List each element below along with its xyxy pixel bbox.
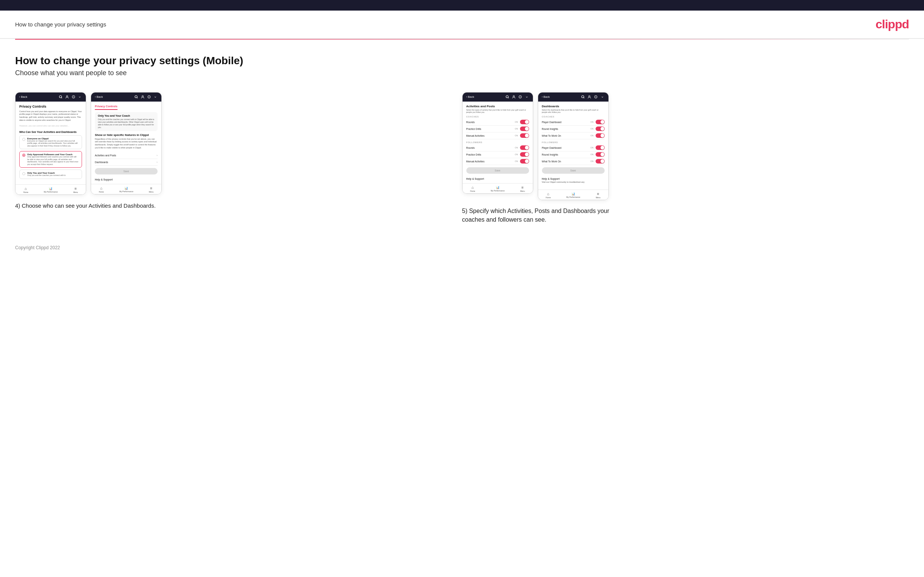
coaches-drills-row: Practice Drills ON (466, 126, 529, 132)
tab-home-4[interactable]: ⌂ Home (546, 192, 551, 198)
tab-menu-3[interactable]: ≡ Menu (520, 185, 525, 192)
coaches-manual-label: Manual Activities (466, 134, 485, 137)
phone-screen-1: ‹ Back (15, 92, 86, 195)
search-icon-3[interactable] (505, 95, 510, 99)
chevron-icon-4[interactable] (600, 95, 605, 99)
followers-rounds-toggle[interactable] (520, 145, 529, 150)
privacy-controls-title: Privacy Controls (19, 105, 82, 108)
coaches-insights-right: ON (590, 126, 604, 131)
tab-home-3[interactable]: ⌂ Home (470, 185, 475, 192)
followers-drills-label: Practice Drills (466, 153, 481, 156)
radio-text-approved: Only Approved Followers and Your Coach O… (27, 153, 79, 165)
followers-insights-toggle[interactable] (596, 152, 605, 157)
caption-left-text: 4) Choose who can see your Activities an… (15, 202, 156, 209)
tab-performance-2[interactable]: 📊 My Performance (120, 187, 133, 193)
person-icon[interactable] (65, 95, 69, 99)
tab-home-2[interactable]: ⌂ Home (99, 186, 104, 193)
radio-circle-everyone (22, 138, 25, 141)
person-icon-2[interactable] (140, 95, 145, 99)
back-button-3[interactable]: ‹ Back (466, 95, 474, 98)
tab-performance-3[interactable]: 📊 My Performance (491, 186, 505, 192)
screenshot-pair-right: ‹ Back (462, 92, 628, 224)
svg-line-7 (137, 98, 137, 98)
followers-manual-toggle[interactable] (520, 159, 529, 163)
caption-right: 5) Specify which Activities, Posts and D… (462, 207, 628, 224)
dashboards-sub: Select the dashboards that you'd like to… (542, 109, 605, 113)
tab-performance-1[interactable]: 📊 My Performance (44, 187, 58, 193)
radio-circle-approved (22, 154, 25, 157)
coaches-drills-on: ON (515, 127, 518, 130)
coaches-workOn-toggle[interactable] (596, 133, 605, 138)
coaches-player-toggle[interactable] (596, 120, 605, 124)
svg-point-2 (66, 95, 68, 97)
coaches-label-4: COACHES (542, 116, 605, 118)
radio-approved[interactable]: Only Approved Followers and Your Coach O… (19, 151, 82, 168)
followers-rounds-right: ON (515, 145, 529, 150)
show-hide-title: Show or hide specific features in Clippd (95, 133, 158, 137)
svg-point-6 (135, 95, 137, 98)
radio-text-everyone: Everyone on Clippd Everyone on Clippd ca… (27, 137, 79, 147)
tab-performance-4[interactable]: 📊 My Performance (567, 192, 580, 198)
back-button-4[interactable]: ‹ Back (542, 95, 550, 98)
tab-home-1[interactable]: ⌂ Home (23, 187, 28, 193)
info-icon-2[interactable] (147, 95, 151, 99)
back-button-1[interactable]: ‹ Back (19, 95, 27, 98)
coaches-rounds-toggle[interactable] (520, 120, 529, 124)
chevron-down-icon[interactable] (78, 95, 82, 99)
chevron-icon-3[interactable] (525, 95, 529, 99)
privacy-controls-body: Control how you and your data appears to… (19, 110, 82, 122)
followers-drills-toggle[interactable] (520, 152, 529, 157)
info-icon-4[interactable] (594, 95, 598, 99)
logo: clippd (876, 18, 909, 31)
followers-workOn-toggle[interactable] (596, 159, 605, 163)
tab-home-label-4: Home (546, 197, 551, 198)
page-subtitle: Choose what you want people to see (15, 69, 909, 77)
chevron-icon-2[interactable] (153, 95, 158, 99)
tab-menu-2[interactable]: ≡ Menu (149, 186, 154, 193)
followers-manual-label: Manual Activities (466, 160, 485, 163)
back-button-2[interactable]: ‹ Back (95, 95, 103, 98)
person-icon-4[interactable] (587, 95, 592, 99)
tab-home-label-2: Home (99, 191, 104, 193)
privacy-tab[interactable]: Privacy Controls (95, 105, 118, 110)
search-icon[interactable] (58, 95, 63, 99)
followers-workOn-right: ON (590, 159, 604, 163)
person-icon-3[interactable] (512, 95, 516, 99)
radio-you-coach[interactable]: Only You and Your Coach Only you and the… (19, 169, 82, 179)
svg-point-0 (59, 95, 61, 98)
tab-performance-label-3: My Performance (491, 190, 505, 192)
tab-performance-label-4: My Performance (567, 196, 580, 198)
tab-menu-4[interactable]: ≡ Menu (596, 192, 601, 198)
save-button-4[interactable]: Save (542, 167, 605, 174)
coaches-drills-toggle[interactable] (520, 126, 529, 131)
coaches-rounds-label: Rounds (466, 121, 475, 124)
home-icon-3: ⌂ (472, 185, 474, 190)
tab-menu-1[interactable]: ≡ Menu (73, 187, 78, 193)
search-icon-4[interactable] (581, 95, 585, 99)
followers-player-label: Player Dashboard (542, 147, 562, 149)
coaches-manual-toggle[interactable] (520, 133, 529, 138)
tab-bar-2: ⌂ Home 📊 My Performance ≡ Menu (91, 184, 162, 194)
help-support-text-4: Visit our Clippd community to troublesho… (542, 181, 605, 184)
save-button-2[interactable]: Save (95, 168, 158, 174)
radio-desc-you: Only you and the coaches you connect wit… (27, 174, 66, 177)
phone-body-3: Activities and Posts Select the types of… (462, 102, 533, 183)
activities-posts-row[interactable]: Activities and Posts › (95, 152, 158, 159)
coaches-insights-toggle[interactable] (596, 126, 605, 131)
search-icon-2[interactable] (134, 95, 138, 99)
phone-topbar-1: ‹ Back (16, 92, 86, 102)
followers-player-toggle[interactable] (596, 145, 605, 150)
save-button-3[interactable]: Save (466, 167, 529, 174)
header: How to change your privacy settings clip… (0, 11, 924, 39)
dashboards-row[interactable]: Dashboards › (95, 159, 158, 166)
page-title: How to change your privacy settings (Mob… (15, 55, 909, 67)
dashboards-label: Dashboards (95, 161, 108, 163)
radio-everyone[interactable]: Everyone on Clippd Everyone on Clippd ca… (19, 135, 82, 150)
info-icon-3[interactable] (518, 95, 523, 99)
followers-drills-row: Practice Drills ON (466, 152, 529, 158)
caption-right-text: 5) Specify which Activities, Posts and D… (462, 208, 610, 222)
left-block: ‹ Back (15, 92, 462, 210)
menu-icon[interactable] (71, 95, 76, 99)
coaches-label-3: COACHES (466, 116, 529, 118)
activities-arrow: › (157, 154, 158, 157)
